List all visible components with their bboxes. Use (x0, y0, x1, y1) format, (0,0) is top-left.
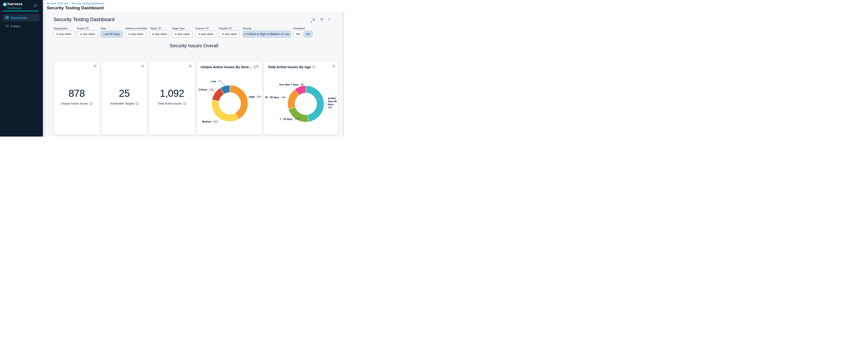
stat-label: Vulnerable Targets (110, 102, 134, 105)
card-total-issues-by-age: Total Active Issues By Age i less th (264, 62, 338, 135)
link-icon (206, 27, 209, 29)
filter-label: Date (101, 27, 106, 30)
globe-icon[interactable] (141, 64, 144, 68)
donut-label-high: High - 370 (249, 95, 261, 98)
filter-label: Exempted (293, 27, 305, 30)
filter-label: Project (77, 27, 85, 30)
sidebar: harness Dashboards Dashboards (0, 0, 43, 137)
link-icon (158, 27, 161, 29)
stat-label: Total Active Issues (158, 102, 182, 105)
info-icon[interactable]: i (312, 65, 315, 68)
globe-icon[interactable] (332, 64, 335, 68)
cursor-dot (311, 21, 312, 23)
filter-label: Reference Identifier (125, 27, 147, 30)
globe-icon[interactable] (189, 64, 192, 68)
stat-value: 878 (54, 88, 99, 99)
donut-label-less-than-7-days: less than 7 days - 80 (279, 83, 304, 86)
donut-label-greater-than-90-days: greater than 90 days - 359 (328, 97, 339, 109)
close-icon[interactable] (312, 18, 316, 21)
breadcrumb-current-link[interactable]: Security Testing Dashboard (72, 2, 104, 5)
filter-label: Severity (243, 27, 252, 30)
exempted-no-button[interactable]: No (304, 31, 312, 37)
sidebar-item-label: Dashboards (11, 16, 27, 20)
module-grid-icon[interactable] (34, 4, 37, 7)
filter-value-pipeline[interactable]: is any value (219, 31, 240, 37)
filter-value-target-type[interactable]: is any value (172, 31, 193, 37)
sidebar-accent-divider (2, 11, 39, 11)
link-icon (86, 27, 89, 29)
dashboard-panel: Security Testing Dashboard Organization … (45, 13, 343, 137)
filter-label: Target Type (172, 27, 185, 30)
filter-reference-identifier: Reference Identifier is any value (125, 27, 147, 37)
dashboards-grid-icon (5, 16, 9, 20)
folder-icon (5, 24, 9, 28)
donut-label-low: Low - 77 (204, 80, 221, 83)
link-icon (229, 27, 231, 29)
globe-icon[interactable] (256, 64, 259, 68)
donut-label-medium: Medium - 322 (202, 120, 218, 123)
severity-donut-chart[interactable] (207, 81, 252, 126)
donut-slice[interactable] (306, 86, 324, 122)
card-vulnerable-targets: 25 Vulnerable Targets i (102, 62, 147, 135)
filter-icon[interactable] (320, 18, 323, 21)
donut-label-30-90-days: 30 - 90 days - 146 (265, 96, 286, 98)
sidebar-item-folders[interactable]: Folders (3, 23, 39, 30)
cards-row: 878 Unique Active Issues i 25 Vulnerable… (54, 62, 338, 135)
card-total-active-issues: 1,092 Total Active Issues i (149, 62, 195, 135)
globe-icon[interactable] (93, 64, 97, 68)
filter-exempted: Exempted Yes No (293, 27, 312, 37)
dashboard-title: Security Testing Dashboard (54, 17, 115, 23)
filter-label: Target (150, 27, 157, 30)
donut-slice[interactable] (212, 100, 239, 121)
section-title: Security Issues Overall (45, 43, 343, 48)
filter-organization: Organization is any value (54, 27, 74, 37)
filter-value-target[interactable]: is any value (150, 31, 169, 37)
filter-scanner: Scanner is any value (195, 27, 216, 37)
page-title: Security Testing Dashboard (47, 5, 104, 10)
filter-value-severity[interactable]: is Critical or High or Medium or Low (243, 31, 291, 37)
filter-value-organization[interactable]: is any value (54, 31, 74, 37)
filter-target-type: Target Type is any value (172, 27, 193, 37)
breadcrumb-account-link[interactable]: Account: STO test (47, 2, 68, 5)
info-icon[interactable]: i (90, 102, 93, 105)
filter-value-project[interactable]: is any value (77, 31, 98, 37)
filter-value-reference-identifier[interactable]: is any value (125, 31, 146, 37)
donut-label-critical: Critical - 116 (198, 88, 213, 91)
harness-logo-icon[interactable] (2, 2, 7, 7)
filter-severity: Severity is Critical or High or Medium o… (243, 27, 291, 37)
card-unique-issues-by-severity: Unique Active Issues By Seve... i Lo (197, 62, 262, 135)
kebab-menu-icon[interactable] (328, 18, 331, 21)
filter-target: Target is any value (150, 27, 169, 37)
sidebar-item-label: Folders (11, 25, 21, 28)
stat-label: Unique Active Issues (61, 102, 88, 105)
breadcrumb-chevron-icon: › (69, 2, 70, 5)
main-area: Account: STO test › Security Testing Das… (45, 0, 350, 137)
filter-date: Date Last 90 Days (101, 27, 123, 37)
chart-title: Unique Active Issues By Seve... (200, 65, 252, 69)
filter-label: Pipeline (219, 27, 228, 30)
card-unique-active-issues: 878 Unique Active Issues i (54, 62, 99, 135)
logo-wordmark: harness (7, 2, 23, 6)
filter-project: Project is any value (77, 27, 98, 37)
filter-bar: Organization is any value Project is any… (54, 27, 312, 37)
logo-module-subtitle: Dashboards (7, 7, 22, 10)
filter-value-date[interactable]: Last 90 Days (101, 31, 123, 37)
page-background-strip (43, 0, 45, 137)
scrollbar-track[interactable] (343, 13, 350, 137)
filter-label: Scanner (195, 27, 205, 30)
info-icon[interactable]: i (183, 102, 186, 105)
filter-label: Organization (54, 27, 68, 30)
breadcrumb: Account: STO test › Security Testing Das… (47, 2, 104, 5)
info-icon[interactable]: i (136, 102, 138, 105)
donut-label-7-30-days: 7 - 30 days - 173 (280, 118, 299, 120)
chart-title: Total Active Issues By Age (268, 65, 311, 69)
exempted-yes-button[interactable]: Yes (293, 31, 303, 37)
filter-pipeline: Pipeline is any value (219, 27, 240, 37)
stat-value: 25 (102, 88, 147, 99)
sidebar-item-dashboards[interactable]: Dashboards (3, 14, 39, 21)
stat-value: 1,092 (149, 88, 195, 99)
top-header: Account: STO test › Security Testing Das… (45, 0, 350, 13)
filter-value-scanner[interactable]: is any value (195, 31, 216, 37)
